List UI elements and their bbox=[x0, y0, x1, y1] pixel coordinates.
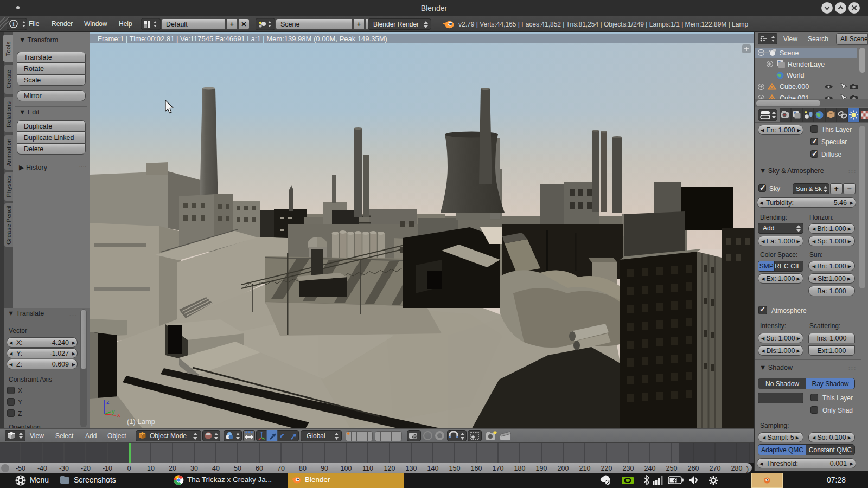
svg-text:190: 190 bbox=[536, 465, 547, 472]
svg-text:180: 180 bbox=[514, 465, 526, 472]
svg-text:-40: -40 bbox=[37, 465, 47, 472]
svg-text:Frame:1 | Time:00:02.81 | Ve:1: Frame:1 | Time:00:02.81 | Ve:117545 Fa:4… bbox=[98, 35, 387, 43]
svg-text:30: 30 bbox=[190, 465, 198, 472]
svg-text:(1) Lamp: (1) Lamp bbox=[127, 418, 155, 426]
svg-text:280: 280 bbox=[731, 465, 743, 472]
svg-text:10: 10 bbox=[147, 465, 155, 472]
svg-text:Scene: Scene bbox=[780, 49, 799, 57]
svg-text:RenderLaye: RenderLaye bbox=[788, 61, 825, 68]
svg-text:130: 130 bbox=[406, 465, 417, 472]
svg-text:): ) bbox=[746, 465, 749, 473]
svg-text:80: 80 bbox=[299, 465, 307, 472]
svg-text:40: 40 bbox=[212, 465, 220, 472]
svg-text:230: 230 bbox=[623, 465, 634, 472]
svg-text:Tools: Tools bbox=[5, 41, 11, 56]
svg-text:-50: -50 bbox=[16, 465, 25, 472]
svg-text:200: 200 bbox=[558, 465, 569, 472]
svg-text:70: 70 bbox=[277, 465, 285, 472]
svg-text:20: 20 bbox=[169, 465, 176, 472]
svg-text:260: 260 bbox=[688, 465, 699, 472]
svg-text:z: z bbox=[106, 399, 110, 405]
svg-text:90: 90 bbox=[321, 465, 328, 472]
svg-text:Create: Create bbox=[5, 70, 12, 89]
svg-text:250: 250 bbox=[666, 465, 678, 472]
svg-text:210: 210 bbox=[579, 465, 591, 472]
svg-text:170: 170 bbox=[493, 465, 504, 472]
svg-text:50: 50 bbox=[234, 465, 241, 472]
svg-text:Cube.000: Cube.000 bbox=[780, 83, 809, 91]
svg-text:220: 220 bbox=[601, 465, 612, 472]
svg-text:Grease Pencil: Grease Pencil bbox=[5, 206, 12, 245]
svg-text:240: 240 bbox=[644, 465, 656, 472]
svg-text:World: World bbox=[787, 72, 804, 79]
svg-text:y: y bbox=[112, 408, 115, 415]
svg-text:100: 100 bbox=[341, 465, 352, 472]
svg-text:-30: -30 bbox=[59, 465, 69, 472]
svg-text:Relations: Relations bbox=[5, 101, 12, 127]
svg-text:140: 140 bbox=[427, 465, 439, 472]
svg-text:x: x bbox=[117, 412, 120, 418]
svg-text:120: 120 bbox=[384, 465, 395, 472]
svg-text:60: 60 bbox=[256, 465, 263, 472]
svg-text:150: 150 bbox=[449, 465, 461, 472]
svg-text:Animation: Animation bbox=[5, 138, 12, 166]
svg-text:110: 110 bbox=[362, 465, 373, 472]
svg-text:270: 270 bbox=[710, 465, 721, 472]
svg-text:-10: -10 bbox=[103, 465, 112, 472]
svg-text:160: 160 bbox=[471, 465, 482, 472]
svg-text:i: i bbox=[12, 21, 14, 27]
svg-text:Physics: Physics bbox=[5, 176, 12, 197]
svg-text:-20: -20 bbox=[81, 465, 91, 472]
svg-text:0: 0 bbox=[127, 465, 131, 472]
